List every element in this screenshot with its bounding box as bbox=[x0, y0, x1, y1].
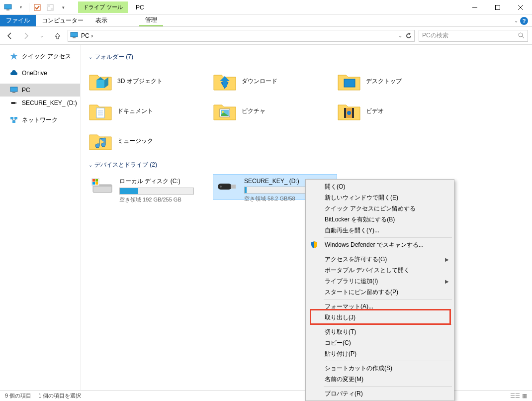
svg-rect-11 bbox=[73, 37, 76, 38]
svg-rect-40 bbox=[92, 182, 95, 185]
svg-rect-20 bbox=[12, 120, 15, 123]
context-menu-item[interactable]: ポータブル デバイスとして開く bbox=[307, 265, 453, 276]
status-selection: 1 個の項目を選択 bbox=[38, 392, 81, 400]
svg-rect-32 bbox=[344, 108, 346, 118]
sidebar-item-2[interactable]: PC bbox=[0, 84, 80, 97]
address-bar[interactable]: PC › ⌄ bbox=[68, 30, 415, 42]
group-header-folders[interactable]: ⌄ フォルダー (7) bbox=[89, 53, 524, 61]
minimize-button[interactable] bbox=[463, 0, 486, 15]
context-menu-item[interactable]: ショートカットの作成(S) bbox=[307, 363, 453, 374]
grid-icon[interactable] bbox=[45, 2, 55, 12]
context-menu-item[interactable]: Windows Defender でスキャンする... bbox=[307, 239, 453, 250]
svg-rect-4 bbox=[47, 4, 50, 7]
context-menu-item[interactable]: 貼り付け(P) bbox=[307, 348, 453, 359]
chevron-down-icon: ⌄ bbox=[89, 162, 92, 168]
qat-custom-icon[interactable]: ▾ bbox=[58, 2, 68, 12]
tiles-view-icon[interactable]: ▦ bbox=[522, 393, 527, 399]
sidebar-item-4[interactable]: ネットワーク bbox=[0, 113, 80, 126]
address-dropdown-icon[interactable]: ⌄ bbox=[398, 33, 402, 38]
context-menu-item[interactable]: クイック アクセスにピン留めする bbox=[307, 203, 453, 214]
forward-button[interactable] bbox=[20, 30, 32, 42]
sidebar-item-0[interactable]: クイック アクセス bbox=[0, 50, 80, 63]
help-icon[interactable]: ? bbox=[520, 17, 528, 25]
folder-icon bbox=[337, 69, 361, 93]
context-menu-item[interactable]: プロパティ(R) bbox=[307, 388, 453, 399]
folder-item[interactable]: 3D オブジェクト bbox=[89, 66, 213, 96]
svg-rect-15 bbox=[12, 92, 15, 93]
search-placeholder: PCの検索 bbox=[422, 31, 518, 40]
svg-rect-10 bbox=[71, 32, 78, 37]
svg-point-44 bbox=[220, 186, 222, 188]
svg-line-13 bbox=[522, 36, 524, 38]
svg-rect-16 bbox=[11, 102, 16, 104]
drive-item[interactable]: ローカル ディスク (C:)空き領域 192 GB/255 GB bbox=[89, 174, 213, 200]
context-menu-item[interactable]: コピー(C) bbox=[307, 337, 453, 348]
context-menu-item[interactable]: スタートにピン留めする(P) bbox=[307, 287, 453, 298]
context-menu-item[interactable]: 開く(O) bbox=[307, 181, 453, 192]
svg-rect-19 bbox=[14, 117, 17, 119]
svg-rect-1 bbox=[6, 9, 9, 10]
tab-computer[interactable]: コンピューター bbox=[36, 15, 89, 26]
back-button[interactable] bbox=[4, 30, 16, 42]
qat-dropdown-icon[interactable]: ▾ bbox=[16, 2, 26, 12]
folder-item[interactable]: ミュージック bbox=[89, 126, 213, 156]
search-input[interactable]: PCの検索 bbox=[419, 30, 528, 42]
folder-icon bbox=[89, 69, 112, 93]
tab-manage[interactable]: 管理 bbox=[139, 15, 163, 26]
svg-rect-5 bbox=[51, 8, 53, 10]
svg-rect-41 bbox=[95, 182, 98, 185]
context-menu-item[interactable]: アクセスを許可する(G)▶ bbox=[307, 254, 453, 265]
svg-rect-18 bbox=[10, 117, 13, 119]
context-menu-item[interactable]: 取り出し(J) bbox=[307, 312, 453, 323]
system-icon[interactable] bbox=[3, 2, 13, 12]
maximize-button[interactable] bbox=[486, 0, 509, 15]
recent-dropdown[interactable]: ⌄ bbox=[36, 30, 48, 42]
svg-rect-43 bbox=[231, 185, 236, 189]
svg-rect-7 bbox=[496, 5, 500, 9]
context-menu-item[interactable]: 切り取り(T) bbox=[307, 326, 453, 337]
folder-icon bbox=[89, 99, 112, 123]
svg-rect-22 bbox=[344, 79, 355, 87]
up-button[interactable] bbox=[52, 30, 64, 42]
svg-rect-21 bbox=[96, 80, 104, 88]
shield-icon bbox=[310, 240, 319, 249]
usb-icon bbox=[10, 99, 18, 107]
context-menu-item[interactable]: 新しいウィンドウで開く(E) bbox=[307, 192, 453, 203]
folder-item[interactable]: ピクチャ bbox=[213, 96, 337, 126]
folder-item[interactable]: ダウンロード bbox=[213, 66, 337, 96]
drive-icon bbox=[215, 177, 239, 197]
sidebar-item-3[interactable]: SECURE_KEY_ (D:) bbox=[0, 97, 80, 109]
context-menu-item[interactable]: ライブラリに追加(I)▶ bbox=[307, 276, 453, 287]
close-button[interactable] bbox=[509, 0, 532, 15]
refresh-icon[interactable] bbox=[405, 32, 412, 39]
network-icon bbox=[10, 116, 18, 124]
context-menu-item[interactable]: 自動再生を開く(Y)... bbox=[307, 225, 453, 236]
svg-point-30 bbox=[222, 111, 224, 113]
context-menu: 開く(O)新しいウィンドウで開く(E)クイック アクセスにピン留めするBitLo… bbox=[305, 179, 454, 401]
chevron-down-icon: ⌄ bbox=[89, 54, 92, 60]
context-menu-item[interactable]: フォーマット(A)... bbox=[307, 301, 453, 312]
breadcrumb[interactable]: PC › bbox=[81, 32, 93, 39]
group-header-drives[interactable]: ⌄ デバイスとドライブ (2) bbox=[89, 161, 524, 169]
folder-item[interactable]: ビデオ bbox=[337, 96, 461, 126]
cloud-icon bbox=[10, 69, 18, 77]
checkbox-icon[interactable] bbox=[32, 2, 42, 12]
tab-file[interactable]: ファイル bbox=[0, 15, 36, 26]
tab-view[interactable]: 表示 bbox=[89, 15, 113, 26]
context-menu-item[interactable]: 名前の変更(M) bbox=[307, 374, 453, 385]
ribbon-expand-icon[interactable]: ⌄ bbox=[514, 18, 518, 23]
details-view-icon[interactable]: ☰☰ bbox=[510, 393, 520, 399]
folder-item[interactable]: ドキュメント bbox=[89, 96, 213, 126]
sidebar-item-1[interactable]: OneDrive bbox=[0, 67, 80, 80]
context-menu-item[interactable]: BitLocker を有効にする(B) bbox=[307, 214, 453, 225]
monitor-icon bbox=[70, 32, 78, 40]
svg-rect-39 bbox=[95, 179, 98, 182]
folder-item[interactable]: デスクトップ bbox=[337, 66, 461, 96]
drive-icon bbox=[90, 176, 114, 196]
status-item-count: 9 個の項目 bbox=[5, 392, 31, 400]
svg-rect-2 bbox=[34, 4, 40, 10]
folder-icon bbox=[213, 69, 237, 93]
window-title: PC bbox=[136, 4, 144, 11]
folder-icon bbox=[89, 129, 112, 153]
svg-rect-14 bbox=[10, 87, 17, 92]
